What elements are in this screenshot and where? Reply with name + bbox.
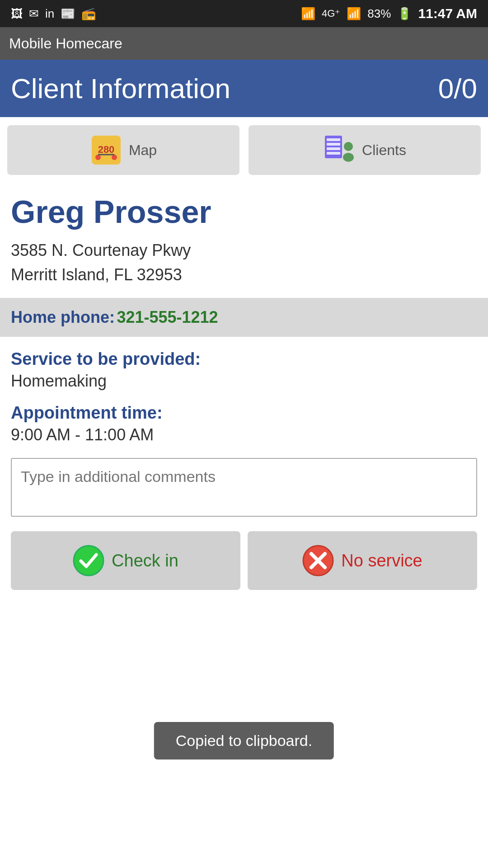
service-label: Service to be provided: [11,349,477,369]
status-bar: 🖼 ✉ in 📰 📻 📶 4G⁺ 📶 83% 🔋 11:47 AM [0,0,488,27]
app-title: Mobile Homecare [9,35,122,52]
map-button-label: Map [129,142,157,159]
svg-point-2 [95,155,101,160]
page-header: Client Information 0/0 [0,60,488,117]
svg-point-11 [343,153,354,162]
svg-rect-7 [327,143,340,146]
main-content: Greg Prosser 3585 N. Courtenay Pkwy Merr… [0,183,488,590]
record-counter: 0/0 [438,72,477,104]
clients-icon [323,134,356,166]
action-buttons-row: 280 Map Clients [0,117,488,183]
svg-point-12 [74,546,103,576]
battery-percent: 83% [367,7,391,21]
network-icon: 4G⁺ [322,8,340,19]
phone-number: 321-555-1212 [117,308,218,326]
map-icon: 280 [90,134,122,166]
photo-icon: 🖼 [11,7,23,21]
bottom-buttons: Check in No service [11,531,477,590]
client-name: Greg Prosser [11,194,477,230]
noservice-icon [302,545,334,576]
svg-rect-6 [327,138,340,141]
svg-point-10 [344,142,353,151]
app-title-bar: Mobile Homecare [0,27,488,60]
toast-notification: Copied to clipboard. [154,722,334,760]
email-icon: ✉ [29,7,39,21]
signal-bars: 📶 [347,7,361,21]
address-line1: 3585 N. Courtenay Pkwy [11,238,477,263]
service-value: Homemaking [11,372,477,391]
client-address: 3585 N. Courtenay Pkwy Merritt Island, F… [11,238,477,287]
wifi-icon: 📶 [301,7,315,21]
toast-text: Copied to clipboard. [176,732,312,749]
checkin-button[interactable]: Check in [11,531,240,590]
battery-icon: 🔋 [397,7,412,21]
status-icons: 🖼 ✉ in 📰 📻 [11,7,96,21]
svg-rect-9 [327,152,340,155]
checkin-icon [73,545,104,576]
checkin-label: Check in [112,551,178,571]
voicemail-icon: 📻 [81,7,96,21]
svg-point-3 [112,155,117,160]
svg-text:280: 280 [98,144,115,155]
news-icon: 📰 [61,7,75,21]
appointment-value: 9:00 AM - 11:00 AM [11,425,477,444]
linkedin-icon: in [45,7,54,21]
map-button[interactable]: 280 Map [7,125,239,175]
status-time: 11:47 AM [418,6,477,21]
comments-input[interactable] [11,458,477,517]
status-right-icons: 📶 4G⁺ 📶 83% 🔋 11:47 AM [301,6,477,21]
appointment-section: Appointment time: 9:00 AM - 11:00 AM [11,403,477,444]
page-title: Client Information [11,72,230,104]
service-section: Service to be provided: Homemaking [11,349,477,391]
phone-label: Home phone: [11,308,115,326]
phone-row: Home phone: 321-555-1212 [0,298,488,337]
clients-button[interactable]: Clients [249,125,481,175]
svg-rect-8 [327,147,340,150]
clients-button-label: Clients [362,142,406,159]
noservice-label: No service [341,551,422,571]
appointment-label: Appointment time: [11,403,477,423]
address-line2: Merritt Island, FL 32953 [11,263,477,287]
noservice-button[interactable]: No service [248,531,477,590]
